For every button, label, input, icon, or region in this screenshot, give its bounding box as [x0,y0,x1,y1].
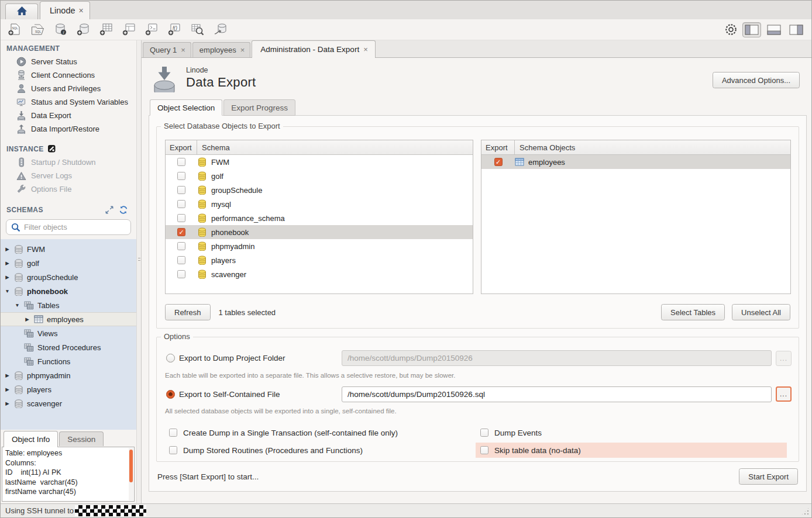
tree-node-fwm[interactable]: ▶FWM [1,242,136,256]
sidebar-item-server-status[interactable]: Server Status [1,55,136,68]
toggle-left-panel-button[interactable] [742,22,761,37]
open-sql-script-icon[interactable]: SQL [29,22,46,37]
chevron-right-icon[interactable]: ▶ [4,260,11,266]
toggle-bottom-panel-button[interactable] [765,22,783,37]
editor-tab-administration-data-export[interactable]: Administration - Data Export× [252,40,375,58]
chevron-right-icon[interactable]: ▶ [4,274,11,280]
sidebar-item-status-and-system-variables[interactable]: Status and System Variables [1,95,136,109]
self-contained-path-input[interactable] [342,386,772,402]
close-icon[interactable]: × [181,46,185,54]
export-checkbox[interactable] [177,172,185,180]
checkbox[interactable] [480,446,488,454]
checkbox[interactable] [169,446,177,454]
dump-folder-browse-button[interactable]: ... [776,351,792,366]
export-checkbox[interactable] [177,200,185,208]
self-contained-option[interactable]: Export to Self-Contained File [166,386,280,402]
filter-objects-input[interactable] [24,223,127,232]
info-scrollbar[interactable] [129,448,133,500]
chevron-right-icon[interactable]: ▶ [4,246,11,252]
tree-node-employees[interactable]: ▶employees [1,312,136,326]
chevron-right-icon[interactable]: ▶ [4,386,11,392]
close-icon[interactable]: × [363,45,368,54]
dump-folder-option[interactable]: Export to Dump Project Folder [166,350,285,366]
chevron-down-icon[interactable]: ▼ [4,288,11,294]
create-view-icon[interactable] [121,22,137,37]
create-table-icon[interactable] [98,22,114,37]
table-row-groupschedule[interactable]: groupSchedule [166,183,473,197]
reconnect-dbms-icon[interactable] [212,22,228,37]
table-row-mysql[interactable]: mysql [166,197,473,211]
connection-tab-linode[interactable]: Linode × [40,1,90,19]
home-tab[interactable] [5,4,38,19]
subtab-export-progress[interactable]: Export Progress [223,99,295,116]
new-sql-tab-icon[interactable]: SQL [6,22,23,37]
tree-node-scavenger[interactable]: ▶scavenger [1,396,136,410]
resize-grip[interactable] [801,507,810,516]
create-function-icon[interactable]: f() [166,22,183,37]
checkbox[interactable] [480,429,488,437]
export-checkbox[interactable]: ✓ [494,158,503,166]
chevron-down-icon[interactable]: ▼ [14,302,20,308]
tree-node-functions[interactable]: Functions [1,354,136,368]
export-checkbox[interactable] [177,214,185,222]
toggle-right-panel-button[interactable] [787,22,806,37]
refresh-icon[interactable] [119,206,128,214]
schema-inspector-icon[interactable]: i [52,22,68,37]
self-contained-radio[interactable] [166,390,175,399]
table-row-fwm[interactable]: FWM [166,155,473,169]
checkbox[interactable] [169,429,177,437]
editor-tab-employees[interactable]: employees× [192,42,250,57]
editor-tab-query-1[interactable]: Query 1× [143,42,191,57]
table-row-phonebook[interactable]: ✓phonebook [166,225,473,239]
export-checkbox[interactable]: ✓ [177,228,185,236]
chevron-right-icon[interactable]: ▶ [24,316,30,322]
option-checkbox-dump-events[interactable]: Dump Events [480,425,542,440]
option-checkbox-skip-table-data-no-data-[interactable]: Skip table data (no-data) [476,443,787,458]
tree-node-stored-procedures[interactable]: Stored Procedures [1,340,136,354]
tree-node-golf[interactable]: ▶golf [1,256,136,270]
option-checkbox-dump-stored-routines-procedures-and-func[interactable]: Dump Stored Routines (Procedures and Fun… [169,443,363,458]
tree-node-views[interactable]: Views [1,326,136,340]
tree-node-phonebook[interactable]: ▼phonebook [1,284,136,298]
tree-node-groupschedule[interactable]: ▶groupSchedule [1,270,136,284]
schema-filter[interactable] [6,219,131,235]
sidebar-item-client-connections[interactable]: Client Connections [1,68,136,82]
export-checkbox[interactable] [177,270,185,278]
refresh-button[interactable]: Refresh [165,304,211,320]
export-checkbox[interactable] [177,158,185,166]
select-tables-button[interactable]: Select Tables [661,304,725,320]
table-row-performance-schema[interactable]: performance_schema [166,211,473,225]
update-badge-icon[interactable] [723,22,738,37]
export-checkbox[interactable] [177,256,185,264]
tab-object-info[interactable]: Object Info [4,431,58,447]
close-icon[interactable]: × [79,6,84,15]
tree-node-phpmyadmin[interactable]: ▶phpmyadmin [1,368,136,382]
sidebar-splitter[interactable] [136,40,142,503]
chevron-right-icon[interactable]: ▶ [4,372,11,378]
table-row-players[interactable]: players [166,253,473,267]
advanced-options-button[interactable]: Advanced Options... [713,72,800,88]
table-row-phpmyadmin[interactable]: phpmyadmin [166,239,473,253]
search-table-data-icon[interactable] [189,22,205,37]
dump-folder-path-input[interactable] [342,350,772,366]
subtab-object-selection[interactable]: Object Selection [150,99,222,116]
info-scrollbar-thumb[interactable] [129,450,133,482]
start-export-button[interactable]: Start Export [739,468,798,485]
tree-node-tables[interactable]: ▼Tables [1,298,136,312]
table-row-employees[interactable]: ✓employees [481,155,790,169]
table-row-scavenger[interactable]: scavenger [166,267,473,281]
unselect-all-button[interactable]: Unselect All [732,304,790,320]
expand-icon[interactable] [105,206,113,214]
sidebar-item-data-export[interactable]: Data Export [1,109,136,122]
table-row-golf[interactable]: golf [166,169,473,183]
export-checkbox[interactable] [177,186,185,194]
self-contained-browse-button[interactable]: ... [776,386,792,402]
sidebar-item-data-import-restore[interactable]: Data Import/Restore [1,122,136,136]
create-schema-icon[interactable] [75,22,91,37]
create-procedure-icon[interactable] [143,22,160,37]
tab-session[interactable]: Session [59,431,104,446]
option-checkbox-create-dump-in-a-single-transaction-self[interactable]: Create Dump in a Single Transaction (sel… [169,425,398,440]
chevron-right-icon[interactable]: ▶ [4,400,11,406]
export-checkbox[interactable] [177,242,185,250]
close-icon[interactable]: × [240,46,245,54]
